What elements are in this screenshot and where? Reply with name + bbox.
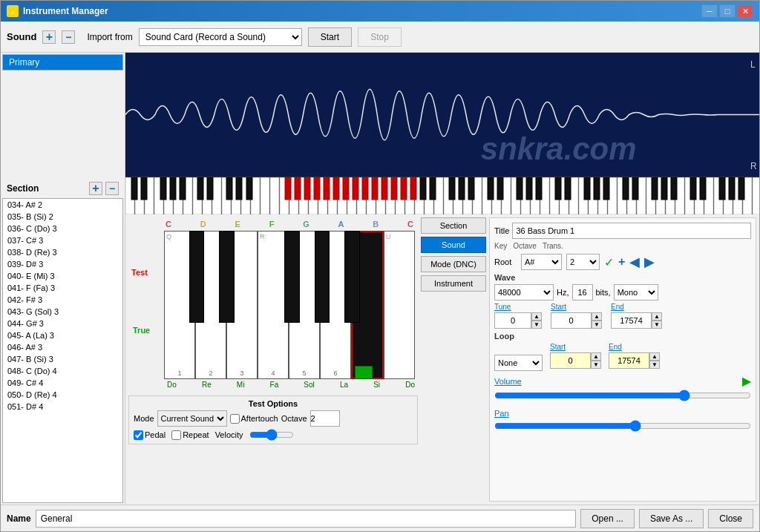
- remove-sound-button[interactable]: −: [62, 30, 75, 44]
- open-button[interactable]: Open ...: [580, 509, 635, 528]
- bottom-bar: Name Open ... Save As ... Close: [1, 505, 759, 531]
- section-item[interactable]: 035- B (Si) 2: [3, 211, 122, 223]
- bits-input[interactable]: [572, 284, 593, 301]
- section-item[interactable]: 048- C (Do) 4: [3, 365, 122, 377]
- root-key-select[interactable]: A#ABC: [521, 254, 562, 270]
- instrument-tab[interactable]: Instrument: [421, 275, 486, 292]
- add-section-button[interactable]: +: [89, 182, 102, 195]
- velocity-slider[interactable]: [249, 429, 294, 441]
- hz-unit: Hz,: [557, 288, 569, 297]
- svg-rect-90: [197, 177, 203, 200]
- loop-start-down[interactable]: ▼: [591, 361, 601, 369]
- svg-rect-86: [141, 177, 147, 200]
- start-input[interactable]: [551, 312, 592, 329]
- mode-select[interactable]: Current Sound: [157, 410, 227, 427]
- end-down[interactable]: ▼: [652, 321, 662, 329]
- check-icon[interactable]: ✓: [604, 255, 614, 269]
- loop-start-up[interactable]: ▲: [591, 352, 601, 361]
- plus-icon[interactable]: +: [618, 255, 625, 269]
- sound-item-primary[interactable]: Primary: [3, 55, 122, 70]
- end-up[interactable]: ▲: [652, 312, 662, 321]
- stop-button[interactable]: Stop: [358, 27, 402, 47]
- white-key-e[interactable]: E 3: [226, 231, 258, 379]
- octave-spinner-test[interactable]: [310, 410, 340, 427]
- white-key-g[interactable]: T 5: [289, 231, 320, 379]
- close-button[interactable]: Close: [708, 509, 753, 528]
- white-key-c2[interactable]: U: [384, 231, 415, 379]
- section-item[interactable]: 051- D# 4: [3, 401, 122, 413]
- pan-slider[interactable]: [494, 420, 751, 432]
- svg-rect-117: [719, 177, 725, 200]
- section-item[interactable]: 036- C (Do) 3: [3, 223, 122, 234]
- title-input[interactable]: [512, 223, 751, 239]
- section-item[interactable]: 042- F# 3: [3, 294, 122, 306]
- arrow-right-icon[interactable]: ▶: [644, 254, 655, 270]
- sound-tab[interactable]: Sound: [421, 237, 486, 253]
- hz-select[interactable]: 480004410022050: [494, 284, 554, 301]
- mode-dnc-tab[interactable]: Mode (DNC): [421, 256, 486, 272]
- section-item[interactable]: 038- D (Re) 3: [3, 246, 122, 258]
- tune-down[interactable]: ▼: [531, 321, 542, 329]
- white-key-a[interactable]: Y 6: [320, 231, 351, 379]
- arrow-left-icon[interactable]: ◀: [629, 254, 640, 270]
- start-down[interactable]: ▼: [592, 321, 602, 329]
- start-spinner: ▲ ▼: [551, 312, 602, 329]
- section-item[interactable]: 045- A (La) 3: [3, 329, 122, 341]
- test-options-panel: Test Options Mode Current Sound Aftertou…: [128, 395, 418, 444]
- loop-select[interactable]: NoneForwardBackward: [494, 355, 543, 371]
- start-up[interactable]: ▲: [592, 312, 602, 321]
- tune-link[interactable]: Tune: [494, 303, 542, 311]
- volume-link[interactable]: Volume: [494, 377, 522, 386]
- add-sound-button[interactable]: +: [42, 30, 56, 44]
- octave-select[interactable]: 20134: [566, 254, 600, 270]
- white-key-c[interactable]: Q 1: [164, 231, 195, 379]
- section-item[interactable]: 034- A# 2: [3, 199, 122, 211]
- save-as-button[interactable]: Save As ...: [639, 509, 704, 528]
- start-link[interactable]: Start: [551, 303, 602, 311]
- loop-end-input[interactable]: [609, 352, 649, 369]
- section-item[interactable]: 044- G# 3: [3, 318, 122, 329]
- loop-label: Loop: [494, 332, 751, 341]
- white-key-f[interactable]: R 4: [258, 231, 289, 379]
- svg-rect-115: [690, 177, 696, 200]
- sol-do2: Do: [405, 381, 415, 391]
- tune-input[interactable]: [494, 312, 531, 329]
- start-button[interactable]: Start: [308, 27, 352, 47]
- section-item[interactable]: 047- B (Si) 3: [3, 353, 122, 365]
- section-item[interactable]: 050- D (Re) 4: [3, 389, 122, 401]
- aftertouch-checkbox[interactable]: [230, 414, 240, 424]
- section-tab[interactable]: Section: [421, 217, 486, 234]
- section-item[interactable]: 041- F (Fa) 3: [3, 282, 122, 294]
- section-item[interactable]: 049- C# 4: [3, 377, 122, 389]
- section-item[interactable]: 039- D# 3: [3, 258, 122, 270]
- section-item[interactable]: 040- E (Mi) 3: [3, 270, 122, 282]
- close-window-button[interactable]: ✕: [737, 4, 753, 18]
- svg-rect-91: [207, 177, 213, 200]
- loop-end-up[interactable]: ▲: [649, 352, 660, 361]
- minimize-button[interactable]: ─: [701, 4, 718, 18]
- end-input[interactable]: [611, 312, 652, 329]
- import-select[interactable]: Sound Card (Record a Sound): [139, 28, 302, 46]
- white-key-b-highlighted[interactable]: Y 7: [351, 231, 384, 379]
- section-item[interactable]: 043- G (Sol) 3: [3, 306, 122, 318]
- name-input[interactable]: [36, 510, 577, 528]
- remove-section-button[interactable]: −: [105, 182, 119, 195]
- end-link[interactable]: End: [611, 303, 662, 311]
- tune-spinbtn: ▲ ▼: [531, 312, 542, 329]
- section-item[interactable]: 046- A# 3: [3, 341, 122, 353]
- mono-select[interactable]: MonoStereo: [614, 284, 658, 301]
- root-row: Root A#ABC 20134 ✓ + ◀ ▶: [494, 254, 751, 270]
- repeat-checkbox[interactable]: [171, 430, 181, 440]
- end-spinbtn: ▲ ▼: [652, 312, 662, 329]
- loop-start-link[interactable]: Start: [550, 343, 601, 351]
- white-key-d[interactable]: W 2: [195, 231, 226, 379]
- pan-link[interactable]: Pan: [494, 409, 509, 418]
- loop-end-down[interactable]: ▼: [649, 361, 660, 369]
- tune-up[interactable]: ▲: [531, 312, 542, 321]
- volume-slider[interactable]: [494, 390, 751, 401]
- pedal-checkbox[interactable]: [134, 430, 143, 440]
- section-item[interactable]: 037- C# 3: [3, 234, 122, 246]
- loop-end-link[interactable]: End: [609, 343, 660, 351]
- loop-start-input[interactable]: [550, 352, 591, 369]
- maximize-button[interactable]: □: [719, 4, 736, 18]
